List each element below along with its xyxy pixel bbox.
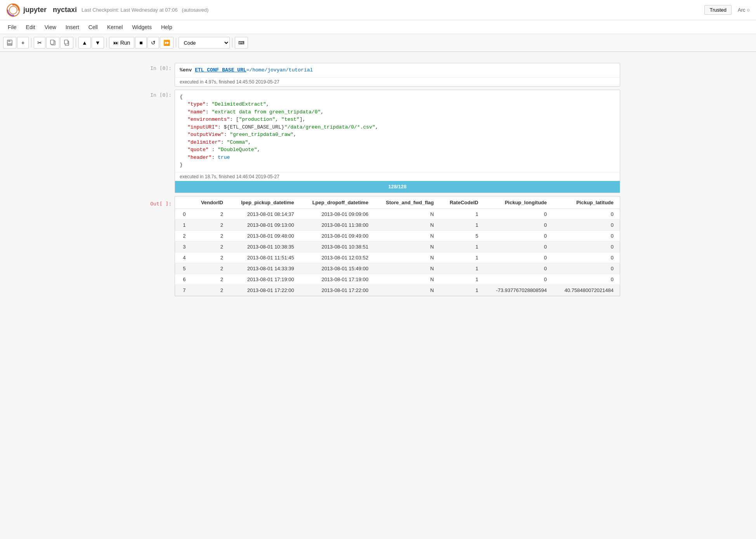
menu-widgets[interactable]: Widgets bbox=[127, 23, 156, 32]
row-index: 4 bbox=[175, 252, 192, 263]
table-cell: 1 bbox=[440, 263, 485, 274]
menu-file[interactable]: File bbox=[3, 23, 21, 32]
cell-1-in-label: In [0]: bbox=[136, 63, 175, 71]
table-cell: 2013-08-01 14:33:39 bbox=[229, 263, 300, 274]
key-name: "name" bbox=[187, 109, 206, 115]
separator-4 bbox=[176, 38, 176, 47]
cell-2-code[interactable]: { "type": "DelimitedExtract", "name": "e… bbox=[175, 90, 620, 193]
output-table-container: VendorID lpep_pickup_datetime Lpep_dropo… bbox=[175, 196, 620, 296]
menu-view[interactable]: View bbox=[40, 23, 61, 32]
table-cell: 0 bbox=[553, 252, 620, 263]
in-text-1: In [0]: bbox=[150, 65, 172, 71]
row-index: 1 bbox=[175, 219, 192, 230]
menu-insert[interactable]: Insert bbox=[61, 23, 84, 32]
cell-2-output: executed in 18.7s, finished 14:46:04 201… bbox=[175, 172, 620, 181]
table-cell: 2013-08-01 17:22:00 bbox=[229, 285, 300, 296]
output-table: VendorID lpep_pickup_datetime Lpep_dropo… bbox=[175, 196, 620, 296]
table-cell: 0 bbox=[484, 241, 553, 252]
cell-type-select[interactable]: Code Markdown Raw NBConvert bbox=[179, 37, 230, 49]
cell-1-output: executed in 4.97s, finished 14:45:50 201… bbox=[175, 77, 620, 86]
table-cell: N bbox=[375, 252, 440, 263]
table-cell: 0 bbox=[484, 219, 553, 230]
table-cell: 0 bbox=[484, 274, 553, 285]
table-row: 622013-08-01 17:19:002013-08-01 17:19:00… bbox=[175, 274, 620, 285]
add-cell-button[interactable]: + bbox=[17, 37, 29, 49]
table-cell: 1 bbox=[440, 241, 485, 252]
stop-button[interactable]: ■ bbox=[135, 37, 147, 49]
out-label: Out[ ]: bbox=[136, 196, 175, 207]
jupyter-logo: jupyter bbox=[6, 3, 47, 17]
table-cell: 2013-08-01 09:49:00 bbox=[300, 230, 375, 241]
menu-cell[interactable]: Cell bbox=[84, 23, 102, 32]
run-button[interactable]: ⏭ Run bbox=[109, 37, 135, 49]
table-cell: N bbox=[375, 241, 440, 252]
trusted-button[interactable]: Trusted bbox=[704, 5, 732, 15]
row-index: 3 bbox=[175, 241, 192, 252]
table-cell: 5 bbox=[440, 230, 485, 241]
progress-text: 128/128 bbox=[388, 184, 407, 190]
copy-button[interactable] bbox=[46, 37, 59, 49]
cell-1-code[interactable]: %env ETL_CONF_BASE_URL=/home/jovyan/tuto… bbox=[175, 63, 620, 87]
output-container: Out[ ]: VendorID lpep_pickup_datetime Lp… bbox=[130, 196, 626, 296]
val-test: "test" bbox=[281, 116, 300, 122]
row-index: 7 bbox=[175, 285, 192, 296]
table-cell: 2 bbox=[192, 209, 229, 219]
table-row: 322013-08-01 10:38:352013-08-01 10:38:51… bbox=[175, 241, 620, 252]
table-cell: 2013-08-01 10:38:35 bbox=[229, 241, 300, 252]
menu-bar: File Edit View Insert Cell Kernel Widget… bbox=[0, 20, 756, 34]
row-index: 2 bbox=[175, 230, 192, 241]
table-cell: N bbox=[375, 274, 440, 285]
cell-2-input: { "type": "DelimitedExtract", "name": "e… bbox=[175, 90, 620, 172]
separator-1 bbox=[31, 38, 31, 47]
svg-point-0 bbox=[7, 4, 19, 16]
menu-kernel[interactable]: Kernel bbox=[102, 23, 127, 32]
save-button[interactable] bbox=[3, 37, 16, 49]
key-header: "header" bbox=[187, 155, 212, 160]
table-cell: 0 bbox=[553, 241, 620, 252]
fast-forward-button[interactable]: ⏩ bbox=[160, 37, 173, 49]
table-cell: 2013-08-01 17:22:00 bbox=[300, 285, 375, 296]
menu-help[interactable]: Help bbox=[156, 23, 177, 32]
brace-open: { bbox=[180, 94, 183, 100]
brace-close: } bbox=[180, 162, 183, 168]
val-header: true bbox=[218, 155, 230, 160]
paste-icon bbox=[64, 40, 70, 46]
cell-1-container: In [0]: %env ETL_CONF_BASE_URL=/home/jov… bbox=[130, 63, 626, 87]
notebook-area: In [0]: %env ETL_CONF_BASE_URL=/home/jov… bbox=[0, 52, 756, 539]
menu-edit[interactable]: Edit bbox=[21, 23, 40, 32]
copy-icon bbox=[50, 40, 56, 46]
restart-button[interactable]: ↺ bbox=[147, 37, 159, 49]
cut-button[interactable]: ✂ bbox=[34, 37, 45, 49]
cell-1-content: %env ETL_CONF_BASE_URL=/home/jovyan/tuto… bbox=[175, 63, 620, 87]
toolbar: + ✂ ▲ ▼ ⏭ Run ■ ↺ ⏩ Code Markdown Raw NB… bbox=[0, 34, 756, 52]
table-cell: 2013-08-01 17:19:00 bbox=[300, 274, 375, 285]
table-row: 222013-08-01 09:48:002013-08-01 09:49:00… bbox=[175, 230, 620, 241]
progress-bar: 128/128 bbox=[175, 181, 620, 193]
keyboard-shortcuts-button[interactable]: ⌨ bbox=[235, 37, 248, 49]
svg-rect-8 bbox=[50, 40, 54, 44]
table-cell: 2013-08-01 11:38:00 bbox=[300, 219, 375, 230]
table-cell: -73.937767028808594 bbox=[484, 285, 553, 296]
table-cell: 2013-08-01 17:19:00 bbox=[229, 274, 300, 285]
env-var: ETL_CONF_BASE_URL bbox=[195, 67, 246, 73]
table-cell: 0 bbox=[484, 263, 553, 274]
col-header-pickup-long: Pickup_longitude bbox=[484, 196, 553, 209]
val-type: "DelimitedExtract" bbox=[212, 101, 266, 107]
col-header-index bbox=[175, 196, 192, 209]
autosaved-text: (autosaved) bbox=[182, 7, 209, 13]
move-down-button[interactable]: ▼ bbox=[92, 37, 104, 49]
table-row: 122013-08-01 09:13:002013-08-01 11:38:00… bbox=[175, 219, 620, 230]
separator-2 bbox=[76, 38, 76, 47]
table-cell: 0 bbox=[553, 230, 620, 241]
table-cell: 2013-08-01 10:38:51 bbox=[300, 241, 375, 252]
run-label: Run bbox=[120, 40, 130, 46]
table-cell: 1 bbox=[440, 274, 485, 285]
paste-button[interactable] bbox=[60, 37, 73, 49]
key-delimiter: "delimiter" bbox=[187, 139, 221, 145]
table-cell: 2013-08-01 09:09:06 bbox=[300, 209, 375, 219]
key-quote: "quote" bbox=[187, 147, 209, 153]
cell-2-in-label: In [0]: bbox=[136, 90, 175, 98]
table-cell: 1 bbox=[440, 219, 485, 230]
table-cell: 0 bbox=[553, 263, 620, 274]
move-up-button[interactable]: ▲ bbox=[78, 37, 91, 49]
